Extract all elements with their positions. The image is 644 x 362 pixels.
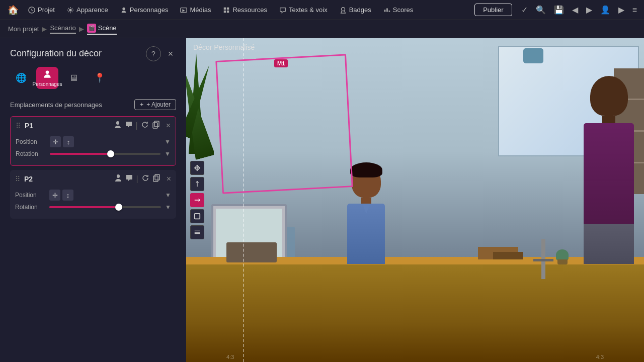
add-character-button[interactable]: + + Ajouter — [134, 99, 176, 110]
tool-move-all[interactable] — [190, 161, 204, 175]
globe-icon: 🌐 — [16, 72, 27, 83]
scene-cactus — [556, 249, 569, 260]
char-p1-rotation-dropdown[interactable]: ▼ — [165, 150, 171, 157]
char-p1-icons: | — [114, 121, 160, 130]
char-p1-refresh-icon[interactable] — [141, 121, 149, 130]
char-p1-vertical-icon[interactable]: ↕ — [63, 136, 74, 147]
char-p1-close-button[interactable]: × — [166, 121, 171, 130]
breadcrumb: Mon projet ▶ Scénario ▶ 🎬 Scène — [0, 20, 644, 38]
nav-projet[interactable]: Projet — [23, 4, 60, 16]
scene-label: Décor Personnalisé — [193, 43, 255, 51]
config-panel: Configuration du décor ? × 🌐 Personnages… — [0, 38, 186, 362]
scene-bottle — [287, 227, 295, 257]
char-p1-body: Position ✛ ↕ ▼ Rotation — [11, 134, 176, 165]
drag-handle-p1[interactable]: ⠿ — [16, 122, 21, 130]
nav-forward-icon[interactable]: ▶ — [584, 4, 594, 16]
tab-row: 🌐 Personnages 🖥 📍 — [10, 67, 176, 89]
main-content: Configuration du décor ? × 🌐 Personnages… — [0, 38, 644, 362]
tool-minus[interactable] — [190, 209, 204, 223]
char-p2-header: ⠿ P2 | — [10, 170, 176, 188]
tool-align[interactable] — [190, 225, 204, 239]
home-button[interactable]: 🏠 — [5, 2, 21, 18]
char-p2-rotation-slider[interactable] — [49, 206, 161, 208]
drag-handle-p2[interactable]: ⠿ — [15, 175, 20, 183]
char-p1-move-icon[interactable]: ✛ — [50, 136, 61, 147]
help-button[interactable]: ? — [146, 46, 161, 61]
desk-book2 — [493, 252, 523, 259]
nav-user-icon[interactable]: 👤 — [598, 4, 612, 16]
char-p1-position-dropdown[interactable]: ▼ — [165, 138, 171, 145]
char-p2-person-icon[interactable] — [114, 174, 122, 184]
tab-location[interactable]: 📍 — [89, 67, 111, 89]
nav-search-icon[interactable]: 🔍 — [534, 4, 548, 16]
publish-button[interactable]: Publier — [474, 4, 512, 16]
close-button[interactable]: × — [163, 46, 178, 61]
char-p2-body: Position ✛ ↕ ▼ Rotation — [10, 188, 176, 219]
tab-personnages[interactable]: Personnages — [36, 67, 58, 89]
char-p1-person-icon[interactable] — [114, 121, 122, 130]
tool-move-up[interactable] — [190, 177, 204, 191]
char-p1-arrows: ✛ ↕ — [50, 136, 74, 147]
char-p2-copy-icon[interactable] — [152, 174, 160, 184]
nav-save-icon[interactable]: 💾 — [552, 4, 566, 16]
nav-medias[interactable]: Médias — [175, 4, 216, 16]
location-icon: 📍 — [94, 72, 105, 83]
svg-rect-12 — [153, 123, 157, 128]
char-p1-position-label: Position — [16, 138, 46, 145]
tool-move-right[interactable] — [190, 193, 204, 207]
char-p2-arrows: ✛ ↕ — [49, 190, 73, 201]
char-p2-move-icon[interactable]: ✛ — [49, 190, 60, 201]
char-p2-refresh-icon[interactable] — [141, 174, 149, 184]
scene-canvas: M1 — [186, 38, 644, 362]
char-p1-chat-icon[interactable] — [125, 121, 133, 130]
male-character — [584, 76, 634, 264]
ratio-label-right: 4:3 — [596, 354, 604, 360]
breadcrumb-monprojet[interactable]: Mon projet — [8, 25, 39, 33]
char-p2-chat-icon[interactable] — [125, 174, 133, 184]
scene-tools — [190, 161, 204, 239]
nav-personnages[interactable]: Personnages — [115, 4, 174, 16]
scene-view: Décor Personnalisé — [186, 38, 644, 362]
char-p1-id: P1 — [25, 122, 110, 130]
scene-icon: 🎬 — [87, 24, 96, 33]
nav-play-icon[interactable]: ▶ — [616, 4, 626, 16]
nav-textes-voix[interactable]: Textes & voix — [274, 4, 333, 16]
monitor-icon: 🖥 — [69, 73, 78, 83]
scene-chair-back — [226, 242, 277, 262]
char-p1-copy-icon[interactable] — [152, 121, 160, 130]
tab-globe[interactable]: 🌐 — [10, 67, 32, 89]
svg-rect-15 — [153, 176, 158, 182]
nav-right-icons: ✓ 🔍 💾 ◀ ▶ 👤 ▶ ≡ — [519, 4, 639, 16]
svg-point-1 — [69, 9, 71, 11]
char-p2-close-button[interactable]: × — [167, 174, 171, 184]
char-p2-rotation-label: Rotation — [15, 204, 45, 211]
char-p1-rotation-label: Rotation — [16, 150, 46, 157]
scene-desk — [186, 261, 644, 362]
nav-apparence[interactable]: Apparence — [62, 4, 113, 16]
breadcrumb-sep-1: ▶ — [42, 25, 47, 33]
char-p1-rotation-slider[interactable] — [50, 153, 160, 155]
character-card-p2: ⠿ P2 | — [10, 170, 176, 219]
plus-icon: + — [140, 101, 143, 108]
breadcrumb-scene: 🎬 Scène — [87, 24, 117, 35]
char-p2-id: P2 — [24, 175, 110, 183]
char-p2-icons: | — [114, 174, 160, 184]
scene-pot — [557, 259, 568, 264]
svg-rect-4 — [224, 7, 226, 9]
nav-badges[interactable]: Badges — [335, 4, 376, 16]
nav-back-icon[interactable]: ◀ — [570, 4, 580, 16]
char-p2-rotation-row: Rotation ▼ — [15, 204, 171, 211]
nav-scores[interactable]: Scores — [378, 4, 418, 16]
char-p2-position-dropdown[interactable]: ▼ — [165, 192, 171, 199]
svg-rect-7 — [227, 10, 229, 12]
nav-check-icon[interactable]: ✓ — [519, 4, 530, 16]
nav-ressources[interactable]: Ressources — [218, 4, 272, 16]
tab-monitor[interactable]: 🖥 — [62, 67, 85, 89]
character-card-p1: ⠿ P1 | — [10, 116, 176, 166]
svg-rect-16 — [195, 214, 200, 219]
svg-point-8 — [341, 7, 345, 11]
char-p2-rotation-dropdown[interactable]: ▼ — [165, 204, 171, 211]
char-p2-vertical-icon[interactable]: ↕ — [62, 190, 73, 201]
breadcrumb-scenario[interactable]: Scénario — [50, 24, 75, 34]
nav-menu-icon[interactable]: ≡ — [630, 5, 639, 16]
